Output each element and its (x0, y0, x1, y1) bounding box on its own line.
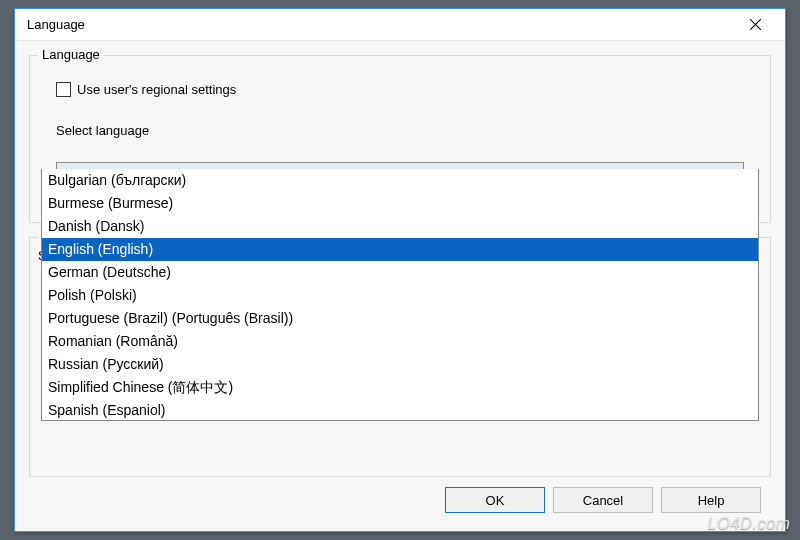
close-button[interactable] (735, 11, 775, 39)
language-option[interactable]: English (English) (42, 238, 758, 261)
dialog-window: Language Language Use user's regional se… (14, 8, 786, 532)
select-language-label: Select language (56, 123, 754, 138)
language-option[interactable]: German (Deutsche) (42, 261, 758, 284)
cancel-button-label: Cancel (583, 493, 623, 508)
checkbox-box-icon (56, 82, 71, 97)
close-icon (750, 19, 761, 30)
ok-button-label: OK (486, 493, 505, 508)
group-legend-language: Language (38, 47, 104, 62)
language-option[interactable]: Bulgarian (български) (42, 169, 758, 192)
screenshot-stage: Language Language Use user's regional se… (0, 0, 800, 540)
use-regional-label: Use user's regional settings (77, 82, 236, 97)
help-button-label: Help (698, 493, 725, 508)
use-regional-checkbox[interactable]: Use user's regional settings (56, 82, 754, 97)
language-dropdown-list[interactable]: Bulgarian (български)Burmese (Burmese)Da… (41, 169, 759, 421)
language-option[interactable]: Simplified Chinese (简体中文) (42, 376, 758, 399)
language-option[interactable]: Spanish (Espaniol) (42, 399, 758, 421)
title-bar: Language (15, 9, 785, 41)
client-area: Language Use user's regional settings Se… (15, 41, 785, 531)
language-option[interactable]: Danish (Dansk) (42, 215, 758, 238)
watermark-text: LO4D.com (707, 514, 790, 534)
ok-button[interactable]: OK (445, 487, 545, 513)
language-option[interactable]: Polish (Polski) (42, 284, 758, 307)
language-option[interactable]: Romanian (Română) (42, 330, 758, 353)
help-button[interactable]: Help (661, 487, 761, 513)
window-title: Language (27, 17, 85, 32)
language-option[interactable]: Portuguese (Brazil) (Português (Brasil)) (42, 307, 758, 330)
language-option[interactable]: Burmese (Burmese) (42, 192, 758, 215)
dialog-button-row: OK Cancel Help (445, 487, 761, 513)
language-option[interactable]: Russian (Русский) (42, 353, 758, 376)
cancel-button[interactable]: Cancel (553, 487, 653, 513)
